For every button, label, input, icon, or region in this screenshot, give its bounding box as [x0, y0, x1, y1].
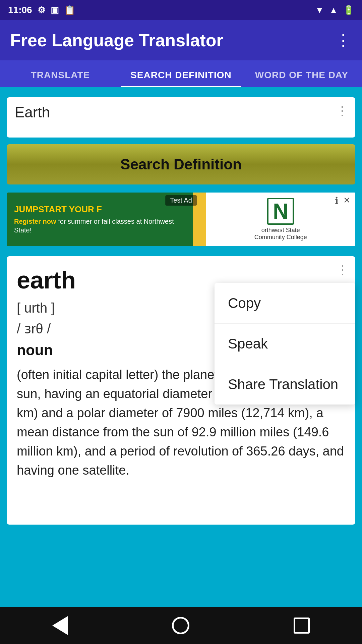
ad-banner: JUMPSTART YOUR F Register now for summer…: [7, 193, 355, 246]
app-bar: Free Language Translator ⋮: [0, 20, 362, 60]
signal-icon: ▲: [329, 5, 338, 15]
wifi-icon: ▼: [315, 5, 324, 15]
navigation-bar: [0, 607, 362, 644]
search-input-box[interactable]: Earth ⋮: [7, 97, 355, 138]
definition-card-overflow[interactable]: ⋮: [337, 263, 349, 277]
status-time: 11:06: [8, 5, 32, 15]
screen-icon: ▣: [51, 5, 59, 15]
ad-left-section: JUMPSTART YOUR F Register now for summer…: [7, 193, 193, 246]
definition-card: ⋮ earth [ urth ] / ɜrθ / noun (often ini…: [7, 256, 355, 525]
tab-word-of-the-day[interactable]: WORD OF THE DAY: [241, 70, 362, 87]
tab-search-definition[interactable]: SEARCH DEFINITION: [121, 70, 241, 87]
context-menu-copy[interactable]: Copy: [215, 283, 355, 324]
nav-recents-button[interactable]: [294, 618, 310, 634]
nav-back-button[interactable]: [52, 616, 68, 635]
nav-home-button[interactable]: [172, 617, 189, 634]
tab-translate[interactable]: TRANSLATE: [0, 70, 121, 87]
ad-test-label: Test Ad: [165, 195, 197, 206]
app-title: Free Language Translator: [10, 30, 223, 50]
search-definition-button[interactable]: Search Definition: [7, 144, 355, 184]
settings-icon: ⚙: [38, 5, 45, 15]
ad-left-subtext: Register now for summer or fall classes …: [14, 217, 185, 234]
ad-college-name: orthwest State Community College: [254, 227, 307, 241]
search-box-overflow[interactable]: ⋮: [336, 104, 349, 118]
context-menu: Copy Speak Share Translation: [215, 283, 355, 405]
context-menu-speak[interactable]: Speak: [215, 324, 355, 364]
tab-bar: TRANSLATE SEARCH DEFINITION WORD OF THE …: [0, 60, 362, 87]
back-icon: [52, 616, 68, 635]
status-bar: 11:06 ⚙ ▣ 📋 ▼ ▲ 🔋: [0, 0, 362, 20]
recents-icon: [294, 618, 310, 634]
ad-info-button[interactable]: ℹ: [335, 195, 339, 206]
overflow-menu-button[interactable]: ⋮: [335, 31, 352, 50]
clipboard-icon: 📋: [64, 5, 75, 15]
ad-logo: N: [267, 198, 294, 225]
ad-close-button[interactable]: ✕: [343, 195, 351, 206]
home-icon: [172, 617, 189, 634]
battery-icon: 🔋: [343, 5, 354, 15]
context-menu-share[interactable]: Share Translation: [215, 364, 355, 405]
ad-left-title: JUMPSTART YOUR F: [14, 204, 185, 215]
main-content: Earth ⋮ Search Definition JUMPSTART YOUR…: [0, 87, 362, 535]
ad-right-section: N orthwest State Community College: [206, 193, 355, 246]
search-input-value[interactable]: Earth: [15, 104, 50, 120]
